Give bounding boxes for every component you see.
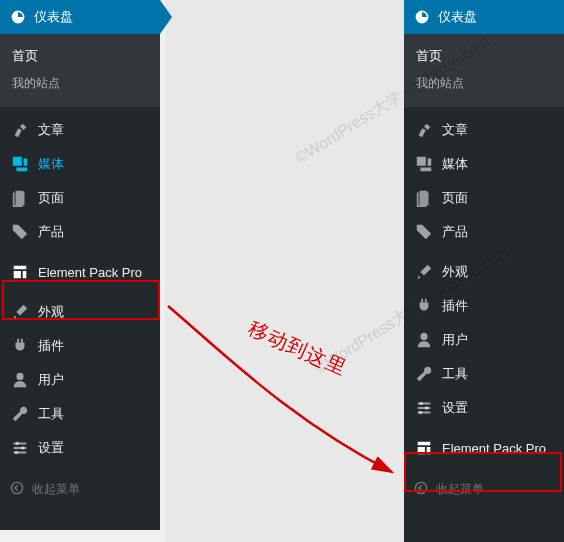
menu-posts[interactable]: 文章 — [0, 113, 160, 147]
submenu-home[interactable]: 首页 — [0, 42, 160, 70]
menu-label: 工具 — [38, 405, 64, 423]
collapse-icon — [10, 481, 24, 498]
menu-label: 设置 — [442, 399, 468, 417]
menu-label: 媒体 — [38, 155, 64, 173]
dashboard-header[interactable]: 仪表盘 — [0, 0, 160, 34]
product-icon — [10, 223, 30, 241]
menu-settings[interactable]: 设置 — [404, 391, 564, 425]
page-icon — [414, 189, 434, 207]
submenu-mysite[interactable]: 我的站点 — [404, 70, 564, 97]
collapse-menu[interactable]: 收起菜单 — [0, 471, 160, 508]
sliders-icon — [10, 439, 30, 457]
menu-label: 文章 — [38, 121, 64, 139]
user-icon — [10, 371, 30, 389]
admin-sidebar-before: 仪表盘 首页 我的站点 文章 媒体 页面 产品 Element Pack Pro… — [0, 0, 160, 530]
svg-point-4 — [420, 402, 424, 406]
menu-label: 页面 — [38, 189, 64, 207]
pin-icon — [414, 121, 434, 139]
menu-label: 插件 — [38, 337, 64, 355]
menu-label: 产品 — [38, 223, 64, 241]
plug-icon — [414, 297, 434, 315]
plug-icon — [10, 337, 30, 355]
dashboard-title: 仪表盘 — [34, 8, 73, 26]
product-icon — [414, 223, 434, 241]
menu-label: 插件 — [442, 297, 468, 315]
menu-products[interactable]: 产品 — [0, 215, 160, 249]
menu-settings[interactable]: 设置 — [0, 431, 160, 465]
menu-pages[interactable]: 页面 — [404, 181, 564, 215]
menu-label: 用户 — [38, 371, 64, 389]
dashboard-submenu: 首页 我的站点 — [404, 34, 564, 107]
svg-point-7 — [415, 482, 426, 493]
menu-label: 产品 — [442, 223, 468, 241]
collapse-menu[interactable]: 收起菜单 — [404, 471, 564, 508]
menu-label: 外观 — [442, 263, 468, 281]
brush-icon — [10, 303, 30, 321]
menu-users[interactable]: 用户 — [0, 363, 160, 397]
menu-label: Element Pack Pro — [442, 441, 546, 456]
collapse-label: 收起菜单 — [32, 481, 80, 498]
dashboard-icon — [10, 9, 26, 25]
wrench-icon — [10, 405, 30, 423]
menu-plugins[interactable]: 插件 — [404, 289, 564, 323]
svg-point-3 — [11, 482, 22, 493]
media-icon — [10, 155, 30, 173]
element-pack-icon — [414, 439, 434, 457]
brush-icon — [414, 263, 434, 281]
dashboard-header[interactable]: 仪表盘 — [404, 0, 564, 34]
menu-element-pack-moved[interactable]: Element Pack Pro — [404, 431, 564, 465]
admin-sidebar-after: 仪表盘 首页 我的站点 文章 媒体 页面 产品 外观 插件 用户 工具 设 — [404, 0, 564, 542]
dashboard-icon — [414, 9, 430, 25]
menu-label: Element Pack Pro — [38, 265, 142, 280]
menu-label: 工具 — [442, 365, 468, 383]
svg-point-1 — [21, 446, 25, 450]
dashboard-title: 仪表盘 — [438, 8, 477, 26]
background-strip — [165, 0, 405, 542]
wrench-icon — [414, 365, 434, 383]
menu-media[interactable]: 媒体 — [0, 147, 160, 181]
menu-media[interactable]: 媒体 — [404, 147, 564, 181]
menu-appearance[interactable]: 外观 — [0, 295, 160, 329]
menu-label: 外观 — [38, 303, 64, 321]
menu-label: 设置 — [38, 439, 64, 457]
collapse-icon — [414, 481, 428, 498]
menu-appearance[interactable]: 外观 — [404, 255, 564, 289]
svg-point-0 — [16, 442, 20, 446]
menu-posts[interactable]: 文章 — [404, 113, 564, 147]
submenu-home[interactable]: 首页 — [404, 42, 564, 70]
header-pointer — [160, 0, 172, 34]
menu-label: 媒体 — [442, 155, 468, 173]
svg-point-5 — [425, 406, 429, 410]
menu-tools[interactable]: 工具 — [404, 357, 564, 391]
menu-products[interactable]: 产品 — [404, 215, 564, 249]
dashboard-submenu: 首页 我的站点 — [0, 34, 160, 107]
svg-point-2 — [15, 451, 19, 455]
menu-label: 页面 — [442, 189, 468, 207]
menu-users[interactable]: 用户 — [404, 323, 564, 357]
menu-tools[interactable]: 工具 — [0, 397, 160, 431]
submenu-mysite[interactable]: 我的站点 — [0, 70, 160, 97]
collapse-label: 收起菜单 — [436, 481, 484, 498]
menu-label: 文章 — [442, 121, 468, 139]
pin-icon — [10, 121, 30, 139]
media-icon — [414, 155, 434, 173]
menu-plugins[interactable]: 插件 — [0, 329, 160, 363]
user-icon — [414, 331, 434, 349]
element-pack-icon — [10, 263, 30, 281]
svg-point-6 — [419, 411, 423, 415]
page-icon — [10, 189, 30, 207]
sliders-icon — [414, 399, 434, 417]
menu-pages[interactable]: 页面 — [0, 181, 160, 215]
menu-label: 用户 — [442, 331, 468, 349]
menu-element-pack[interactable]: Element Pack Pro — [0, 255, 160, 289]
